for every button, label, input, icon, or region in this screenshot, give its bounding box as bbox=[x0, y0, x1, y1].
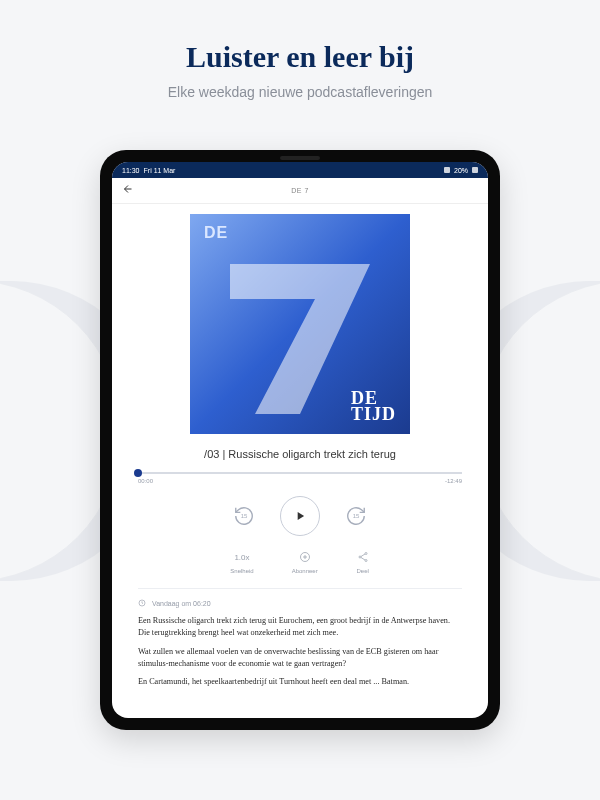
promo-title: Luister en leer bij bbox=[0, 40, 600, 74]
play-icon bbox=[293, 509, 307, 523]
episode-title: /03 | Russische oligarch trekt zich teru… bbox=[204, 448, 396, 460]
play-button[interactable] bbox=[280, 496, 320, 536]
battery-icon bbox=[472, 167, 478, 173]
app-header: DE 7 bbox=[112, 178, 488, 204]
skip-fwd-seconds: 15 bbox=[353, 513, 360, 519]
desc-p1: Een Russische oligarch trekt zich terug … bbox=[138, 615, 462, 640]
episode-description: Een Russische oligarch trekt zich terug … bbox=[138, 615, 462, 694]
playback-controls: 15 15 bbox=[230, 496, 370, 536]
skip-forward-button[interactable]: 15 bbox=[342, 502, 370, 530]
header-title: DE 7 bbox=[291, 187, 309, 194]
promo-subtitle: Elke weekdag nieuwe podcastafleveringen bbox=[0, 84, 600, 100]
status-battery: 20% bbox=[454, 167, 468, 174]
cover-brand: DE TIJD bbox=[351, 390, 396, 422]
time-elapsed: 00:00 bbox=[138, 478, 153, 484]
back-button[interactable] bbox=[122, 183, 134, 198]
arrow-left-icon bbox=[122, 183, 134, 195]
timestamp-text: Vandaag om 06:20 bbox=[152, 600, 211, 607]
skip-back-seconds: 15 bbox=[241, 513, 248, 519]
status-date: Fri 11 Mar bbox=[144, 167, 176, 174]
tablet-notch bbox=[280, 156, 320, 160]
status-bar: 11:30 Fri 11 Mar 20% bbox=[112, 162, 488, 178]
plus-circle-icon bbox=[298, 550, 312, 564]
desc-p2: Wat zullen we allemaal voelen van de onv… bbox=[138, 646, 462, 671]
player-content: DE DE TIJD /03 | Russische oligarch trek… bbox=[112, 204, 488, 718]
skip-back-button[interactable]: 15 bbox=[230, 502, 258, 530]
progress-bar[interactable]: 00:00 -12:49 bbox=[138, 472, 462, 484]
svg-point-2 bbox=[359, 556, 361, 558]
share-icon bbox=[356, 550, 370, 564]
clock-icon bbox=[138, 599, 146, 607]
progress-handle[interactable] bbox=[134, 469, 142, 477]
wifi-icon bbox=[444, 167, 450, 173]
timestamp-row: Vandaag om 06:20 bbox=[138, 599, 462, 607]
divider bbox=[138, 588, 462, 589]
svg-point-3 bbox=[365, 560, 367, 562]
tablet-screen: 11:30 Fri 11 Mar 20% DE 7 DE bbox=[112, 162, 488, 718]
speed-label: Snelheid bbox=[230, 568, 253, 574]
brand-line2: TIJD bbox=[351, 406, 396, 422]
tablet-frame: 11:30 Fri 11 Mar 20% DE 7 DE bbox=[100, 150, 500, 730]
speed-button[interactable]: 1.0x Snelheid bbox=[230, 550, 253, 574]
svg-point-1 bbox=[365, 553, 367, 555]
speed-value: 1.0x bbox=[235, 550, 249, 564]
time-remaining: -12:49 bbox=[445, 478, 462, 484]
meta-actions: 1.0x Snelheid Abonneer Deel bbox=[138, 550, 462, 574]
podcast-cover: DE DE TIJD bbox=[190, 214, 410, 434]
share-label: Deel bbox=[357, 568, 369, 574]
share-button[interactable]: Deel bbox=[356, 550, 370, 574]
desc-p3: En Cartamundi, het speelkaartenbedrijf u… bbox=[138, 676, 462, 688]
subscribe-label: Abonneer bbox=[292, 568, 318, 574]
subscribe-button[interactable]: Abonneer bbox=[292, 550, 318, 574]
status-time: 11:30 bbox=[122, 167, 140, 174]
progress-track bbox=[138, 472, 462, 474]
